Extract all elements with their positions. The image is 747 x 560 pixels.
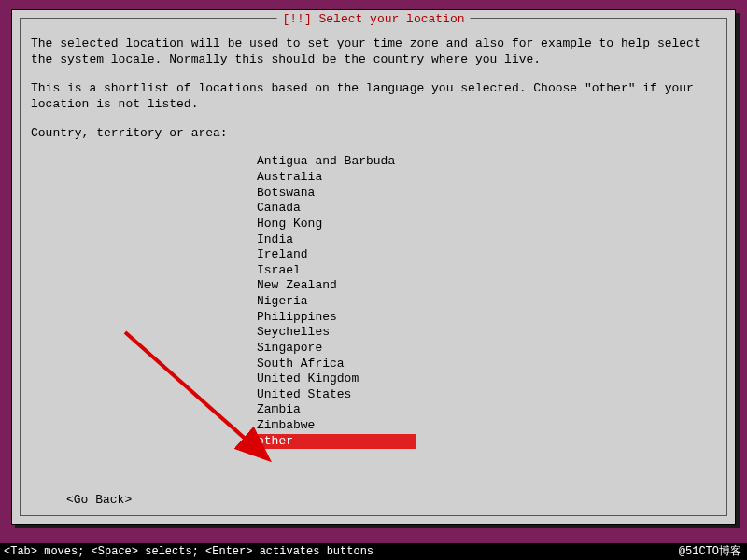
paragraph-info-1: The selected location will be used to se… [31,36,716,68]
location-option[interactable]: United States [257,387,716,403]
dialog-container: [!!] Select your location The selected l… [11,9,736,525]
location-option[interactable]: Hong Kong [257,217,716,232]
location-option[interactable]: Canada [257,201,716,217]
location-option[interactable]: Seychelles [257,325,716,341]
location-option[interactable]: Israel [257,263,716,279]
footer-watermark: @51CTO博客 [679,543,741,560]
location-option[interactable]: Zambia [257,402,716,418]
dialog-content: The selected location will be used to se… [31,36,716,450]
location-list: Antigua and BarbudaAustraliaBotswanaCana… [257,154,716,449]
location-option[interactable]: India [257,232,716,248]
dialog-title: [!!] Select your location [276,12,470,26]
location-option[interactable]: Philippines [257,310,716,326]
location-option[interactable]: South Africa [257,357,716,372]
go-back-button[interactable]: <Go Back> [66,493,132,507]
location-option[interactable]: United Kingdom [257,371,716,387]
dialog: [!!] Select your location The selected l… [11,9,736,525]
prompt-label: Country, territory or area: [31,126,716,142]
location-option[interactable]: Singapore [257,341,716,357]
location-option[interactable]: Botswana [257,186,716,202]
paragraph-info-2: This is a shortlist of locations based o… [31,81,716,113]
location-option[interactable]: Nigeria [257,294,716,310]
location-option[interactable]: New Zealand [257,278,716,294]
location-option[interactable]: other [257,434,416,450]
location-option[interactable]: Zimbabwe [257,418,716,434]
location-option[interactable]: Ireland [257,247,716,263]
footer-bar: <Tab> moves; <Space> selects; <Enter> ac… [0,543,747,560]
location-option[interactable]: Antigua and Barbuda [257,154,716,170]
footer-hint: <Tab> moves; <Space> selects; <Enter> ac… [4,543,374,560]
location-option[interactable]: Australia [257,170,716,186]
